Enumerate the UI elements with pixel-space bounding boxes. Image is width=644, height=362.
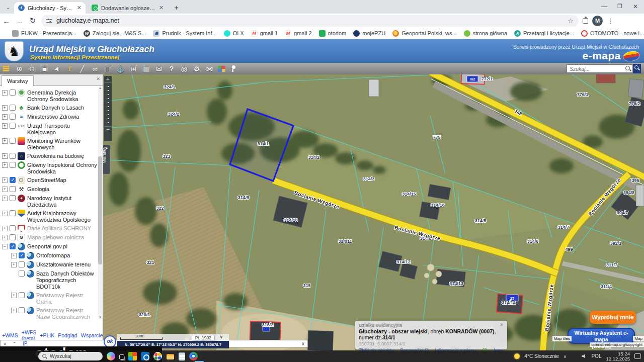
expand-icon[interactable]: +	[2, 105, 8, 111]
layer-item[interactable]: +GMapa glebowo-rolnicza	[0, 233, 99, 242]
panels-icon[interactable]: ▦	[142, 64, 150, 74]
tab-emapa[interactable]: Głuchołazy - System Informac ✕	[14, 2, 86, 14]
print-icon[interactable]: ▤	[104, 64, 111, 74]
bookmark[interactable]: OTOMOTO - nowe i...	[581, 30, 644, 37]
layer-checkbox[interactable]	[10, 234, 16, 240]
copy-view-icon[interactable]: ⊞	[130, 64, 137, 74]
caret-icon[interactable]: ⌃	[13, 341, 17, 346]
compare-icon[interactable]: ⋈	[205, 64, 213, 74]
layer-item[interactable]: +Monitoring Warunków Glebowych	[0, 136, 99, 151]
layer-item[interactable]: +⌂Pozwolenia na budowę	[0, 151, 99, 160]
bookmark[interactable]: Geoportal Polski, ws...	[392, 30, 456, 37]
info-icon[interactable]: i	[66, 64, 73, 74]
expand-icon[interactable]: +	[11, 262, 17, 267]
layer-item[interactable]: +⚒Geologia	[0, 185, 99, 194]
notification-icon[interactable]	[634, 353, 641, 359]
bookmark[interactable]: strona główna	[464, 30, 508, 37]
menu-kebab-icon[interactable]: ⋮	[607, 17, 614, 25]
outlook-icon[interactable]	[141, 352, 149, 360]
layer-checkbox[interactable]	[10, 153, 16, 159]
minimize-button[interactable]: —	[601, 3, 608, 10]
scrollbar[interactable]: ▲ ▼	[98, 86, 102, 319]
pin-icon[interactable]	[230, 65, 238, 72]
message-icon[interactable]: ✉	[155, 64, 163, 74]
locate-icon[interactable]: ◎	[180, 64, 188, 74]
profile-avatar[interactable]: M	[592, 16, 603, 26]
site-settings-icon[interactable]	[46, 18, 52, 24]
expand-icon[interactable]: +	[2, 153, 8, 159]
expand-icon[interactable]: +	[11, 253, 17, 258]
restore-button[interactable]: ❐	[616, 3, 623, 10]
layer-checkbox[interactable]	[10, 225, 16, 231]
bookmark[interactable]: Mgmail 1	[251, 30, 278, 37]
layers-icon[interactable]	[3, 65, 11, 72]
podglad-link[interactable]: Podgląd	[58, 332, 77, 338]
taskbar-search[interactable]: Wyszukaj	[38, 352, 103, 360]
scroll-up-icon[interactable]: ▲	[98, 86, 102, 89]
tab-warstwy[interactable]: Warstwy	[2, 75, 34, 86]
anchor-icon[interactable]: ⚓	[116, 64, 125, 74]
bookmark[interactable]: Mgmail 2	[285, 30, 311, 37]
hidden-icons-chevron[interactable]: ∧	[564, 354, 567, 359]
expand-icon[interactable]: +	[2, 114, 8, 120]
zoom-track[interactable]	[104, 83, 112, 126]
layer-item[interactable]: +Generalna Dyrekcja Ochrony Środowiska	[0, 88, 99, 103]
tab-otodom[interactable]: Dodawanie ogłoszenia | Otodo ✕	[88, 2, 170, 14]
layer-checkbox[interactable]	[19, 270, 25, 277]
layer-item[interactable]: +≈Ministerstwo Zdrowia	[0, 112, 99, 121]
weather-text[interactable]: 4°C Słonecznie	[524, 353, 558, 359]
link-icon[interactable]: ∞	[91, 64, 99, 74]
basemap-mosaic-icon[interactable]	[218, 66, 225, 72]
expand-icon[interactable]: +	[2, 211, 8, 216]
expand-icon[interactable]: +	[2, 226, 8, 231]
bookmark[interactable]: WZaloguj się - M&S S...	[84, 30, 146, 37]
expand-icon[interactable]: +	[2, 162, 8, 168]
layer-item[interactable]: Baza Danych Obiektów Topograficznych BDO…	[0, 269, 99, 291]
layer-checkbox[interactable]	[10, 195, 16, 201]
collapse-icon[interactable]: −	[2, 244, 8, 249]
layers-collapse-tab[interactable]: ▲ Warstwy	[103, 145, 110, 174]
network-icon[interactable]	[571, 354, 577, 358]
layer-item[interactable]: +UTKUrząd Transportu Kolejowego	[0, 121, 99, 136]
language-indicator[interactable]: POL	[591, 353, 601, 359]
layer-checkbox[interactable]	[10, 210, 16, 216]
wsparcie-link[interactable]: Wsparcie	[81, 332, 103, 338]
layer-item[interactable]: +Państwowy Rejestr Nazw Geograficznych	[0, 306, 99, 319]
scroll-down-icon[interactable]: ▼	[98, 316, 102, 319]
select-area-icon[interactable]: ▣	[41, 64, 48, 74]
zoom-in-icon[interactable]: ⊕	[16, 64, 23, 74]
popup-close-icon[interactable]: ✕	[500, 322, 504, 327]
bookmark[interactable]: otodom	[319, 30, 347, 37]
task-view-icon[interactable]	[119, 354, 124, 359]
url-text[interactable]: glucholazy.e-mapa.net	[56, 17, 564, 24]
new-tab-button[interactable]: +	[174, 3, 179, 12]
zoom-out-button[interactable]: −	[104, 126, 112, 133]
layer-checkbox[interactable]	[10, 177, 16, 183]
plik-link[interactable]: +PLIK	[40, 332, 54, 338]
clock[interactable]: 15:2412.12.2025	[606, 351, 630, 361]
collapse-left-icon[interactable]: «	[4, 341, 7, 346]
office-icon[interactable]	[128, 352, 137, 360]
extensions-icon[interactable]	[583, 18, 588, 24]
layer-checkbox[interactable]	[19, 252, 25, 258]
assistant-bubble[interactable]: Wypróbuj mnie	[590, 311, 636, 324]
layer-item[interactable]: +OpenStreetMap	[0, 175, 99, 185]
layer-item[interactable]: +Ukształtowanie terenu	[0, 260, 99, 269]
url-bar[interactable]: glucholazy.e-mapa.net ☆	[41, 15, 579, 27]
layer-checkbox[interactable]	[10, 123, 16, 129]
layer-checkbox[interactable]	[10, 186, 16, 192]
expand-icon[interactable]: +	[2, 90, 8, 96]
map-canvas[interactable]: m2 25 324/1 324/2 314/1 323 314/2 314/3 …	[103, 74, 644, 350]
layer-checkbox[interactable]	[10, 243, 16, 249]
layer-checkbox[interactable]	[19, 292, 25, 298]
layer-item[interactable]: +✦Narodowy Instytut Dziedzictwa	[0, 194, 99, 209]
cursor-icon[interactable]: ➤	[51, 63, 63, 74]
expand-icon[interactable]: +	[2, 177, 8, 183]
copilot-icon[interactable]	[107, 352, 115, 360]
close-button[interactable]: ✕	[632, 3, 639, 10]
layer-item[interactable]: +Ortofotomapa	[0, 251, 99, 260]
layer-item[interactable]: +Audyt Krajobrazowy Województwa Opolskie…	[0, 209, 99, 224]
bookmark[interactable]: OLX	[224, 30, 244, 37]
measure-icon[interactable]: ╱	[78, 64, 86, 74]
bookmark[interactable]: ☗Prudnik - System Inf...	[153, 30, 216, 37]
